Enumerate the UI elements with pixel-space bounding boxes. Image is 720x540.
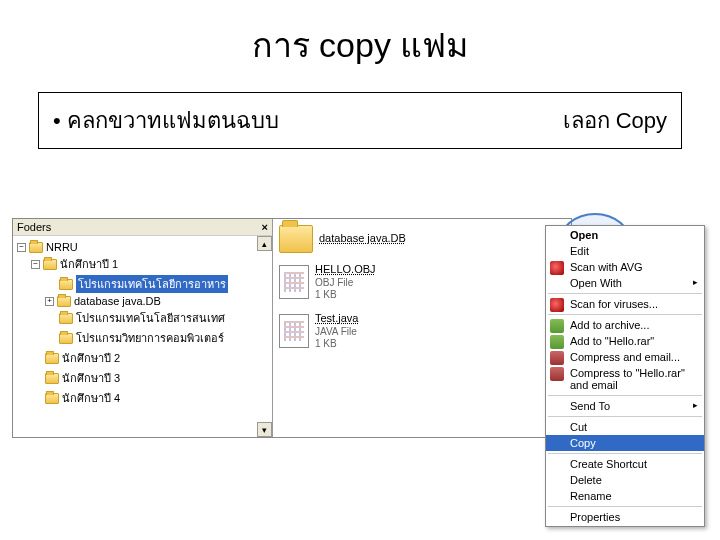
tree-item[interactable]: นักศึกษาปี 4 — [17, 388, 272, 408]
menu-scan-viruses[interactable]: Scan for viruses... — [546, 296, 704, 312]
folders-header: Foders × — [13, 219, 272, 236]
menu-open[interactable]: Open — [546, 227, 704, 243]
menu-scan-avg[interactable]: Scan with AVG — [546, 259, 704, 275]
menu-add-hello-rar[interactable]: Add to "Hello.rar" — [546, 333, 704, 349]
file-icon — [279, 314, 309, 348]
close-icon[interactable]: × — [262, 221, 268, 233]
folder-icon — [59, 333, 73, 344]
book-icon — [550, 367, 564, 381]
bullet-text: คลกขวาทแฟมตนฉบบ — [53, 103, 279, 138]
tree-label: นักศึกษาปี 2 — [62, 349, 120, 367]
tree-item[interactable]: โปรแกรมวิทยาการคอมพิวเตอร์ — [17, 328, 272, 348]
file-type-label: JAVA File — [315, 326, 358, 339]
menu-delete[interactable]: Delete — [546, 472, 704, 488]
folder-tree: ▴ −NRRU−นักศึกษาปี 1โปรแกรมเทคโนโลยีการอ… — [13, 236, 272, 437]
folder-icon — [59, 279, 73, 290]
explorer-window: Foders × ▴ −NRRU−นักศึกษาปี 1โปรแกรมเทคโ… — [12, 218, 572, 438]
tree-item[interactable]: −NRRU — [17, 240, 272, 254]
file-meta: HELLO.OBJOBJ File1 KB — [315, 263, 376, 302]
folder-icon — [45, 353, 59, 364]
menu-separator — [548, 395, 702, 396]
folder-icon — [43, 259, 57, 270]
folder-icon — [57, 296, 71, 307]
menu-edit[interactable]: Edit — [546, 243, 704, 259]
context-menu: Open Edit Scan with AVG Open With Scan f… — [545, 225, 705, 527]
menu-create-shortcut[interactable]: Create Shortcut — [546, 456, 704, 472]
file-name: Test.java — [315, 312, 358, 326]
instruction-box: คลกขวาทแฟมตนฉบบ เลอก Copy — [38, 92, 682, 149]
menu-copy[interactable]: Copy — [546, 435, 704, 451]
menu-separator — [548, 453, 702, 454]
folder-icon — [279, 225, 313, 253]
tree-label: โปรแกรมเทคโนโลยีสารสนเทศ — [76, 309, 225, 327]
file-icon — [279, 265, 309, 299]
menu-compress-hello-email[interactable]: Compress to "Hello.rar" and email — [546, 365, 704, 393]
shield-icon — [550, 298, 564, 312]
menu-open-with[interactable]: Open With — [546, 275, 704, 291]
file-item[interactable]: Test.javaJAVA File1 KB — [279, 312, 565, 351]
tree-item[interactable]: นักศึกษาปี 3 — [17, 368, 272, 388]
folders-title: Foders — [17, 221, 51, 233]
tree-label: database java.DB — [74, 295, 161, 307]
tree-label: โปรแกรมเทคโนโลยีการอาหาร — [76, 275, 228, 293]
hint-text: เลอก Copy — [563, 103, 667, 138]
menu-properties[interactable]: Properties — [546, 509, 704, 525]
tree-label: โปรแกรมวิทยาการคอมพิวเตอร์ — [76, 329, 224, 347]
file-item[interactable]: HELLO.OBJOBJ File1 KB — [279, 263, 565, 302]
tree-item[interactable]: โปรแกรมเทคโนโลยีสารสนเทศ — [17, 308, 272, 328]
file-size-label: 1 KB — [315, 338, 358, 351]
scroll-up-icon[interactable]: ▴ — [257, 236, 272, 251]
files-pane: database java.DBHELLO.OBJOBJ File1 KBTes… — [273, 219, 571, 437]
file-meta: Test.javaJAVA File1 KB — [315, 312, 358, 351]
file-item[interactable]: database java.DB — [279, 225, 565, 253]
tree-label: NRRU — [46, 241, 78, 253]
menu-separator — [548, 416, 702, 417]
menu-separator — [548, 293, 702, 294]
menu-send-to[interactable]: Send To — [546, 398, 704, 414]
tree-item[interactable]: +database java.DB — [17, 294, 272, 308]
tree-label: นักศึกษาปี 1 — [60, 255, 118, 273]
menu-add-archive[interactable]: Add to archive... — [546, 317, 704, 333]
menu-compress-email[interactable]: Compress and email... — [546, 349, 704, 365]
file-name: HELLO.OBJ — [315, 263, 376, 277]
tree-label: นักศึกษาปี 3 — [62, 369, 120, 387]
archive-icon — [550, 319, 564, 333]
menu-separator — [548, 506, 702, 507]
menu-rename[interactable]: Rename — [546, 488, 704, 504]
folder-icon — [45, 373, 59, 384]
avg-icon — [550, 261, 564, 275]
folder-icon — [29, 242, 43, 253]
tree-item[interactable]: −นักศึกษาปี 1 — [17, 254, 272, 274]
slide-title: การ copy แฟม — [0, 0, 720, 82]
tree-item[interactable]: นักศึกษาปี 2 — [17, 348, 272, 368]
menu-separator — [548, 314, 702, 315]
tree-toggle-icon[interactable]: − — [31, 260, 40, 269]
folder-icon — [45, 393, 59, 404]
menu-cut[interactable]: Cut — [546, 419, 704, 435]
tree-item[interactable]: โปรแกรมเทคโนโลยีการอาหาร — [17, 274, 272, 294]
file-type-label: OBJ File — [315, 277, 376, 290]
file-name: database java.DB — [319, 232, 406, 246]
file-size-label: 1 KB — [315, 289, 376, 302]
file-meta: database java.DB — [319, 232, 406, 246]
tree-toggle-icon[interactable]: − — [17, 243, 26, 252]
tree-toggle-icon[interactable]: + — [45, 297, 54, 306]
folders-pane: Foders × ▴ −NRRU−นักศึกษาปี 1โปรแกรมเทคโ… — [13, 219, 273, 437]
scroll-down-icon[interactable]: ▾ — [257, 422, 272, 437]
tree-label: นักศึกษาปี 4 — [62, 389, 120, 407]
folder-icon — [59, 313, 73, 324]
archive-icon — [550, 335, 564, 349]
book-icon — [550, 351, 564, 365]
